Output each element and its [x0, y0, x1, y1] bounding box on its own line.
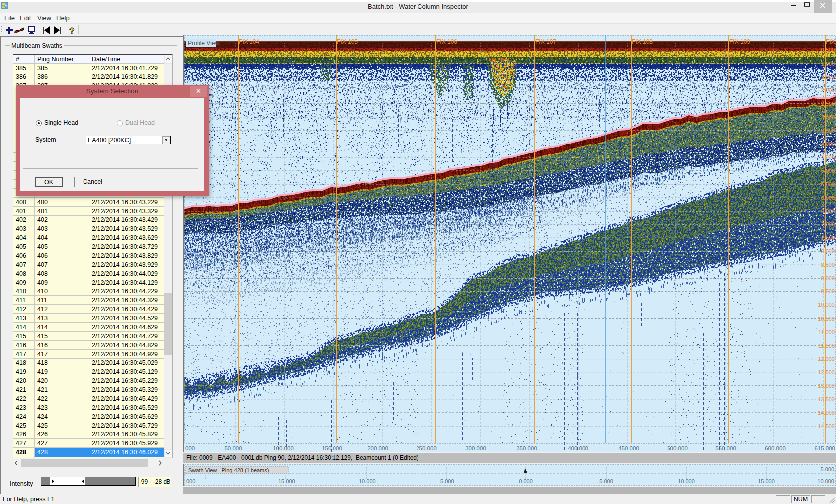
svg-text:3.500: 3.500	[821, 128, 835, 134]
svg-text:5.500: 5.500	[821, 181, 835, 187]
svg-text:13.500: 13.500	[818, 396, 835, 402]
svg-text:-5.000: -5.000	[438, 478, 454, 484]
svg-text:8.000: 8.000	[821, 248, 835, 254]
svg-text:9.000: 9.000	[821, 275, 835, 281]
svg-text:4.500: 4.500	[821, 154, 835, 160]
svg-text:6.000: 6.000	[821, 195, 835, 201]
svg-text:000: 000	[186, 478, 195, 484]
svg-text:FIX 107: FIX 107	[535, 38, 556, 45]
svg-text:5.000: 5.000	[821, 168, 835, 174]
svg-text:615.000: 615.000	[814, 445, 835, 451]
svg-text:15.000: 15.000	[758, 478, 775, 484]
svg-text:500.000: 500.000	[667, 445, 688, 451]
svg-text:0.500: 0.500	[821, 47, 835, 53]
svg-text:Swath View Ping 428 (1 beams: Swath View Ping 428 (1 beams)	[188, 467, 269, 473]
svg-text:?: ?	[69, 26, 74, 36]
svg-text:1.500: 1.500	[821, 74, 835, 80]
svg-text:Profile View: Profile View	[188, 40, 219, 47]
svg-text:100.000: 100.000	[273, 445, 294, 451]
svg-text:FIX 108: FIX 108	[632, 38, 653, 45]
svg-text:0.000: 0.000	[519, 478, 533, 484]
svg-text:14.500: 14.500	[818, 423, 835, 429]
svg-text:-10.000: -10.000	[357, 478, 375, 484]
svg-text:6.500: 6.500	[821, 208, 835, 214]
svg-text:000: 000	[185, 445, 195, 451]
svg-text:550.000: 550.000	[715, 445, 736, 451]
svg-text:11.000: 11.000	[818, 329, 835, 335]
svg-text:250.000: 250.000	[416, 445, 437, 451]
svg-text:8.500: 8.500	[821, 262, 835, 268]
svg-text:2.500: 2.500	[821, 101, 835, 107]
svg-text:350.000: 350.000	[516, 445, 537, 451]
svg-text:12.500: 12.500	[818, 369, 835, 375]
svg-text:600.000: 600.000	[765, 445, 786, 451]
svg-text:10.000: 10.000	[817, 478, 834, 484]
svg-text:150.000: 150.000	[322, 445, 342, 451]
svg-text:2.000: 2.000	[821, 87, 835, 93]
svg-text:400.000: 400.000	[568, 445, 588, 451]
svg-text:7.500: 7.500	[821, 235, 835, 241]
svg-text:9.500: 9.500	[821, 288, 835, 294]
svg-text:4.000: 4.000	[821, 141, 835, 147]
svg-text:FIX 106: FIX 106	[436, 38, 457, 45]
svg-text:11.500: 11.500	[818, 343, 835, 349]
svg-text:-15.000: -15.000	[276, 478, 295, 484]
svg-text:10.000: 10.000	[818, 302, 835, 308]
svg-text:200.000: 200.000	[367, 445, 388, 451]
svg-text:12.000: 12.000	[818, 356, 835, 362]
svg-text:450.000: 450.000	[618, 445, 639, 451]
svg-text:3.000: 3.000	[821, 114, 835, 120]
svg-text:300.000: 300.000	[465, 445, 486, 451]
svg-text:5.000: 5.000	[599, 478, 613, 484]
svg-text:14.000: 14.000	[818, 410, 835, 416]
svg-text:FIX 105: FIX 105	[337, 38, 358, 45]
svg-text:5.000: 5.000	[820, 466, 834, 472]
svg-text:10.000: 10.000	[678, 478, 695, 484]
svg-text:FIX 104: FIX 104	[239, 38, 259, 45]
svg-text:7.000: 7.000	[821, 221, 835, 227]
svg-text:FIX 109: FIX 109	[729, 38, 750, 45]
svg-text:50.000: 50.000	[224, 445, 242, 451]
svg-text:10.500: 10.500	[818, 316, 835, 322]
svg-text:13.000: 13.000	[818, 383, 835, 389]
svg-text:FIX: FIX	[826, 38, 835, 45]
svg-text:1.000: 1.000	[821, 61, 835, 67]
